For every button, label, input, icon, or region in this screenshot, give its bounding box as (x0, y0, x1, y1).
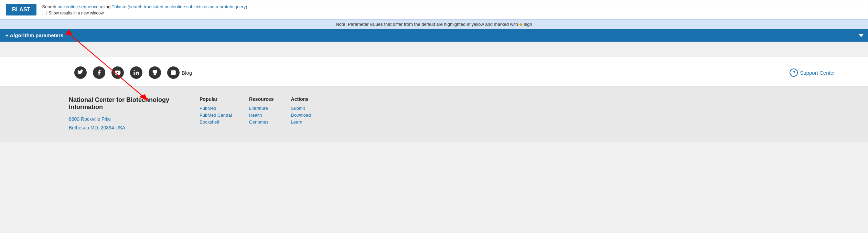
diamond-symbol: ◆ (519, 22, 523, 27)
tblastn-link[interactable]: Tblastn (search translated nucleotide su… (112, 4, 247, 9)
algorithm-parameters-bar[interactable]: + Algorithm parameters (0, 29, 868, 42)
social-icons-group: Blog (74, 66, 192, 79)
footer-columns: Popular PubMed PubMed Central Bookshelf … (200, 96, 862, 132)
footer: National Center for Biotechnology Inform… (0, 87, 868, 142)
pubmed-central-link[interactable]: PubMed Central (200, 113, 232, 118)
support-center-icon: ? (790, 68, 798, 77)
note-bar: Note: Parameter values that differ from … (0, 19, 868, 29)
social-bar: Blog ? Support Center (0, 57, 868, 87)
support-center-link[interactable]: ? Support Center (790, 68, 835, 77)
submit-link[interactable]: Submit (291, 106, 305, 111)
address-line1: 8600 Rockville Pike (69, 116, 111, 122)
footer-col-popular: Popular PubMed PubMed Central Bookshelf (200, 96, 232, 132)
collapse-arrow-icon (858, 34, 864, 37)
note-text: Note: Parameter values that differ from … (336, 22, 518, 27)
note-suffix: sign (524, 22, 532, 27)
blog-link[interactable]: Blog (167, 66, 192, 79)
health-link[interactable]: Health (249, 113, 262, 118)
facebook-icon[interactable] (93, 66, 105, 79)
download-link[interactable]: Download (291, 113, 311, 118)
blast-button[interactable]: BLAST (6, 4, 36, 15)
bookshelf-link[interactable]: Bookshelf (200, 119, 219, 125)
actions-heading: Actions (291, 96, 311, 102)
learn-link[interactable]: Learn (291, 119, 302, 125)
org-name: National Center for Biotechnology Inform… (69, 96, 179, 111)
resources-heading: Resources (249, 96, 274, 102)
linkedin-icon[interactable] (130, 66, 142, 79)
twitter-icon[interactable] (74, 66, 87, 79)
show-results-label: Show results in a new window (49, 11, 104, 15)
algorithm-parameters-label: + Algorithm parameters (6, 32, 63, 38)
support-center-label: Support Center (800, 70, 835, 76)
footer-org-info: National Center for Biotechnology Inform… (69, 96, 179, 132)
youtube-icon[interactable] (111, 66, 124, 79)
blog-label: Blog (182, 70, 192, 76)
blog-circle-icon (167, 66, 180, 79)
nucleotide-sequence-link[interactable]: nucleotide sequence (57, 4, 98, 9)
github-icon[interactable] (149, 66, 161, 79)
pubmed-link[interactable]: PubMed (200, 106, 216, 111)
blast-desc-prefix: Search (42, 4, 57, 9)
spacer (0, 42, 868, 57)
blast-desc-middle: using (100, 4, 111, 9)
popular-heading: Popular (200, 96, 232, 102)
literature-link[interactable]: Literature (249, 106, 268, 111)
blast-description: Search nucleotide sequence using Tblastn… (42, 4, 247, 15)
blast-bar: BLAST Search nucleotide sequence using T… (0, 0, 868, 19)
svg-point-0 (134, 70, 135, 71)
footer-col-actions: Actions Submit Download Learn (291, 96, 311, 132)
footer-col-resources: Resources Literature Health Genomes (249, 96, 274, 132)
show-results-checkbox[interactable] (42, 11, 46, 15)
address-line2: Bethesda MD, 20894 USA (69, 125, 125, 130)
genomes-link[interactable]: Genomes (249, 119, 268, 125)
